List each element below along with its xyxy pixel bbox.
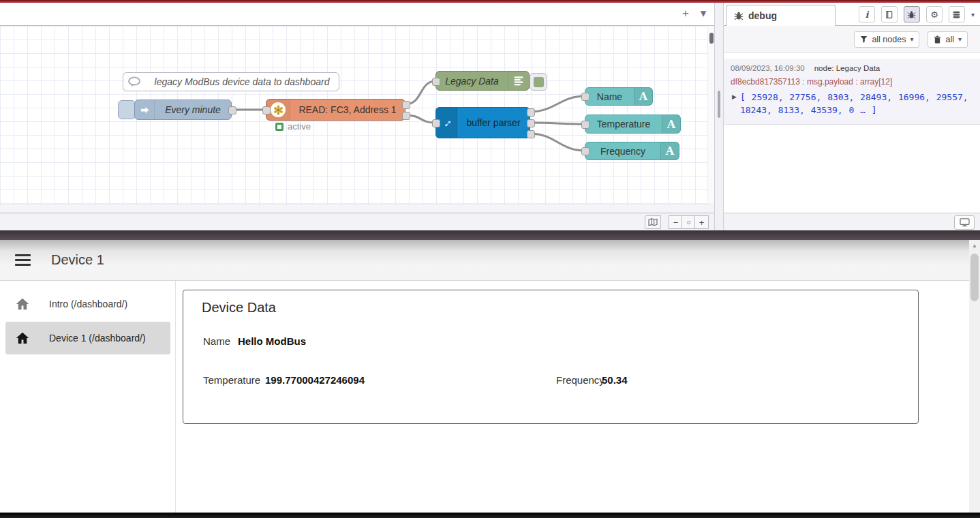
text-widget-icon: A (634, 88, 652, 105)
nav-item-intro[interactable]: Intro (/dashboard/) (5, 288, 170, 320)
port-temperature-in[interactable] (581, 121, 589, 129)
tab-debug[interactable]: debug (726, 5, 836, 26)
nav-item-device-1[interactable]: Device 1 (/dashboard/) (5, 322, 170, 354)
speech-bubble-icon (123, 73, 145, 91)
dashboard-body: Intro (/dashboard/) Device 1 (/dashboard… (0, 281, 980, 513)
add-flow-button[interactable]: + (677, 5, 694, 22)
wire-modbus-legacy (405, 81, 435, 104)
comment-node[interactable]: legacy ModBus device data to dashboard (123, 72, 339, 91)
debug-toggle-indicator (534, 77, 544, 87)
debug-node-legacy-data[interactable]: Legacy Data (435, 71, 530, 91)
message-source-node: node: Legacy Data (814, 64, 881, 72)
parser-label: buffer parser (457, 108, 530, 138)
modbus-read-node[interactable]: READ: FC3, Address 1 (266, 99, 405, 121)
ui-text-node-name[interactable]: Name A (585, 87, 653, 106)
monitor-icon (960, 218, 970, 227)
expand-arrow-icon[interactable]: ▶ (732, 93, 737, 117)
filter-nodes-button[interactable]: all nodes ▾ (854, 31, 919, 48)
ui-text-node-frequency[interactable]: Frequency A (585, 142, 679, 160)
sidebar-menu-button[interactable]: ▾ (971, 11, 975, 18)
chevron-down-icon: ▾ (910, 35, 913, 43)
info-tab-button[interactable]: i (859, 6, 875, 22)
debug-filter-bar: all nodes ▾ all ▾ (724, 26, 980, 53)
buffer-parser-node[interactable]: ↔ buffer parser (435, 107, 530, 138)
inject-trigger-button[interactable] (118, 100, 136, 119)
wire-parser-frequency (530, 134, 585, 151)
port-parser-out-2[interactable] (527, 119, 535, 127)
debug-enable-toggle[interactable] (530, 73, 547, 91)
inject-arrow-icon (135, 100, 155, 119)
debug-lines-icon (508, 72, 529, 90)
zoom-reset-button[interactable]: ○ (682, 215, 696, 229)
canvas-vertical-scrollbar[interactable] (707, 26, 714, 204)
ui-text-label: Temperature (585, 115, 662, 133)
help-tab-button[interactable] (881, 6, 898, 22)
flow-canvas[interactable]: legacy ModBus device data to dashboard E… (0, 26, 707, 204)
dashboard-window: Device 1 Intro (/dashboard/) Device 1 (/… (0, 240, 980, 513)
bug-icon (734, 11, 744, 20)
database-icon (952, 10, 961, 19)
home-icon (15, 296, 30, 311)
comment-label: legacy ModBus device data to dashboard (145, 73, 339, 91)
inject-node[interactable]: Every minute (134, 100, 232, 120)
port-name-in[interactable] (581, 93, 589, 101)
message-payload: [ 25928, 27756, 8303, 28493, 16996, 2955… (740, 91, 972, 117)
trash-icon (934, 35, 941, 44)
field-label-frequency: Frequency (556, 374, 604, 386)
inject-label: Every minute (155, 100, 231, 119)
port-inject-out[interactable] (228, 106, 236, 115)
open-in-window-button[interactable] (954, 215, 975, 230)
clear-messages-button[interactable]: all ▾ (928, 31, 968, 48)
sidebar-splitter[interactable] (714, 3, 724, 230)
port-modbus-out-2[interactable] (402, 112, 410, 120)
config-nodes-button[interactable]: ⚙ (926, 6, 943, 22)
wire-parser-temperature (530, 123, 585, 124)
zoom-out-button[interactable]: − (669, 215, 683, 229)
debug-message-list: 08/09/2023, 16:09:30 node: Legacy Data d… (724, 53, 980, 213)
context-data-button[interactable] (949, 6, 965, 22)
ui-text-label: Name (585, 88, 634, 105)
hamburger-icon (15, 254, 31, 256)
dashboard-content: Device Data Name Hello ModBus Temperatur… (176, 281, 969, 513)
workspace-tab-bar: + ▾ (0, 3, 714, 26)
debug-node-label: Legacy Data (436, 72, 508, 90)
window-bottom-edge (0, 513, 980, 518)
scroll-up-arrow[interactable]: ▲ (969, 240, 980, 252)
port-parser-out-3[interactable] (527, 130, 535, 138)
page-title: Device 1 (51, 252, 104, 268)
field-value-name: Hello ModBus (238, 335, 306, 347)
funnel-icon (860, 35, 868, 43)
debug-sidebar: debug i (724, 3, 980, 230)
port-parser-in[interactable] (432, 119, 440, 127)
minimap-button[interactable] (645, 215, 661, 229)
flow-list-menu-button[interactable]: ▾ (695, 5, 711, 22)
nodered-editor: + ▾ legacy ModBus device data to dashboa… (0, 3, 980, 230)
wire-parser-name (530, 96, 585, 112)
zoom-in-button[interactable]: + (694, 215, 709, 229)
port-modbus-in[interactable] (262, 106, 271, 115)
sidebar-footer (724, 213, 980, 230)
field-value-frequency: 50.34 (602, 374, 628, 386)
dashboard-scrollbar[interactable]: ▲ (969, 240, 980, 513)
menu-button[interactable] (15, 254, 31, 266)
bug-icon (907, 10, 916, 19)
canvas-scrollbar-thumb[interactable] (709, 33, 714, 44)
modbus-label: READ: FC3, Address 1 (290, 100, 405, 120)
filter-nodes-label: all nodes (872, 35, 906, 44)
modbus-status: active (275, 121, 311, 132)
ui-text-node-temperature[interactable]: Temperature A (585, 115, 681, 134)
map-icon (648, 218, 658, 226)
debug-tab-button[interactable] (904, 6, 920, 22)
scrollbar-thumb[interactable] (970, 254, 979, 301)
chevron-down-icon: ▾ (958, 35, 962, 43)
canvas-horizontal-scrollbar[interactable] (0, 204, 714, 213)
dashboard-toolbar: Device 1 (0, 240, 980, 281)
splitter-handle[interactable] (718, 91, 720, 118)
nav-item-label: Intro (/dashboard/) (49, 299, 127, 309)
debug-message[interactable]: 08/09/2023, 16:09:30 node: Legacy Data d… (724, 59, 980, 125)
port-modbus-out-1[interactable] (402, 101, 410, 109)
home-icon (15, 331, 30, 346)
port-frequency-in[interactable] (581, 147, 589, 155)
port-parser-out-1[interactable] (527, 108, 535, 117)
port-legacy-in[interactable] (432, 78, 440, 86)
